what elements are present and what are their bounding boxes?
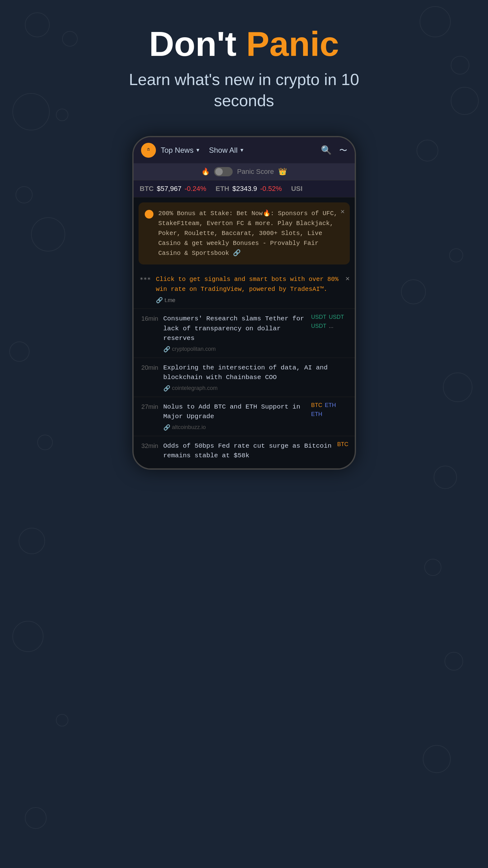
crown-icon: 👑	[278, 168, 287, 176]
nav-top-news-arrow: ▼	[195, 148, 200, 153]
btc-change: -0.24%	[184, 185, 206, 193]
news-content-3: Odds of 50bps Fed rate cut surge as Bitc…	[163, 441, 333, 463]
news-content-2: Nolus to Add BTC and ETH Support in Majo…	[163, 402, 306, 431]
news-item-0: 16min Consumers' Research slams Tether f…	[134, 309, 355, 358]
eth-change: -0.52%	[260, 185, 282, 193]
news-time-0: 16min	[140, 314, 159, 322]
nav-show-all[interactable]: Show All ▼	[209, 146, 245, 155]
news-content-0: Consumers' Research slams Tether for lac…	[163, 314, 306, 353]
news-title-0[interactable]: Consumers' Research slams Tether for lac…	[163, 314, 306, 343]
nav-top-news[interactable]: Top News ▼	[161, 146, 200, 155]
news-time-3: 32min	[140, 441, 159, 450]
page-content: Don't Panic Learn what's new in crypto i…	[0, 0, 488, 470]
header-icons: 🔍 〜	[321, 145, 347, 156]
price-ticker: BTC $57,967 -0.24% ETH $2343.9 -0.52% US…	[134, 180, 355, 197]
panic-score-toggle[interactable]	[214, 167, 233, 176]
eth-price: $2343.9	[232, 185, 257, 193]
fire-icon: 🔥	[201, 168, 210, 176]
link-icon-0: 🔗	[163, 346, 170, 353]
app-header: Top News ▼ Show All ▼ 🔍 〜	[134, 137, 355, 163]
news-tags-0: USDT USDT USDT ...	[311, 314, 348, 330]
news-tags-3: BTC	[337, 441, 348, 448]
promo-text: Click to get signals and smart bots with…	[156, 274, 348, 294]
hero-title: Don't Panic	[149, 25, 339, 63]
news-source-2: 🔗 altcoinbuzz.io	[163, 424, 306, 431]
promo-close-button[interactable]: ✕	[345, 274, 349, 283]
link-icon-2: 🔗	[163, 424, 170, 431]
hero-subtitle: Learn what's new in crypto in 10 seconds	[120, 69, 368, 111]
app-logo	[141, 143, 156, 158]
tag-eth-2b: ETH	[311, 411, 322, 417]
news-title-1[interactable]: Exploring the intersection of data, AI a…	[163, 363, 344, 382]
chart-icon[interactable]: 〜	[339, 145, 347, 156]
header-nav: Top News ▼ Show All ▼	[161, 146, 316, 155]
promo-link-text: t.me	[165, 297, 175, 304]
tag-usdt-2: USDT	[329, 314, 344, 320]
promo-card: *** Click to get signals and smart bots …	[134, 270, 355, 309]
usi-symbol: USI	[291, 185, 303, 193]
nav-top-news-label: Top News	[161, 146, 194, 155]
ticker-item-usi: USI	[291, 185, 303, 193]
svg-point-1	[148, 150, 149, 151]
news-time-1: 20min	[140, 363, 159, 371]
news-item-2: 27min Nolus to Add BTC and ETH Support i…	[134, 397, 355, 436]
tag-more-0: ...	[329, 323, 334, 330]
tag-btc-3: BTC	[337, 441, 348, 448]
promo-link[interactable]: 🔗 t.me	[156, 297, 348, 304]
news-title-2[interactable]: Nolus to Add BTC and ETH Support in Majo…	[163, 402, 306, 422]
tag-usdt-1: USDT	[311, 314, 326, 320]
hero-title-part1: Don't	[149, 25, 246, 63]
ad-text: 200% Bonus at Stake: Bet Now🔥: Sponsors …	[159, 209, 344, 258]
phone-screen: Top News ▼ Show All ▼ 🔍 〜 🔥 Panic	[134, 137, 355, 468]
news-title-3[interactable]: Odds of 50bps Fed rate cut surge as Bitc…	[163, 441, 333, 461]
btc-price: $57,967	[157, 185, 182, 193]
news-item-1: 20min Exploring the intersection of data…	[134, 358, 355, 397]
tag-btc-2: BTC	[311, 402, 322, 408]
news-source-0: 🔗 cryptopolitan.com	[163, 346, 306, 353]
phone-mockup: Top News ▼ Show All ▼ 🔍 〜 🔥 Panic	[132, 136, 356, 470]
news-tags-2: BTC ETH ETH	[311, 402, 348, 417]
news-item-3: 32min Odds of 50bps Fed rate cut surge a…	[134, 436, 355, 468]
news-time-2: 27min	[140, 402, 159, 410]
tag-usdt-3: USDT	[311, 323, 326, 330]
ad-close-button[interactable]: ✕	[340, 207, 344, 216]
nav-show-all-arrow: ▼	[239, 148, 245, 153]
eth-symbol: ETH	[216, 185, 229, 193]
news-content-1: Exploring the intersection of data, AI a…	[163, 363, 344, 392]
link-icon: 🔗	[156, 297, 163, 304]
svg-point-0	[147, 150, 148, 151]
search-icon[interactable]: 🔍	[321, 145, 332, 156]
btc-symbol: BTC	[140, 185, 154, 193]
ad-dot	[145, 210, 153, 219]
link-icon-1: 🔗	[163, 385, 170, 392]
ticker-item-btc: BTC $57,967 -0.24%	[140, 185, 206, 193]
promo-content: Click to get signals and smart bots with…	[156, 274, 348, 304]
panic-score-bar: 🔥 Panic Score 👑	[134, 163, 355, 180]
tag-eth-2a: ETH	[325, 402, 336, 408]
ticker-item-eth: ETH $2343.9 -0.52%	[216, 185, 282, 193]
hero-title-panic: Panic	[246, 25, 339, 63]
nav-show-all-label: Show All	[209, 146, 238, 155]
promo-stars: ***	[140, 274, 151, 283]
ad-card: 200% Bonus at Stake: Bet Now🔥: Sponsors …	[139, 203, 350, 265]
panic-score-label: Panic Score	[237, 168, 274, 176]
news-source-1: 🔗 cointelegraph.com	[163, 385, 344, 392]
